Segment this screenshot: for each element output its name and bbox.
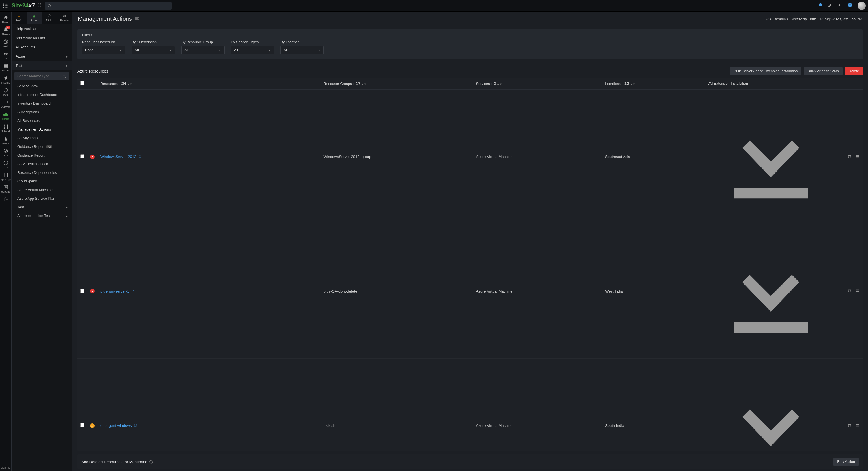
- rail-rum[interactable]: RUM: [0, 159, 11, 171]
- delete-button[interactable]: Delete: [845, 67, 863, 75]
- title-menu-icon[interactable]: [135, 16, 140, 22]
- resource-link[interactable]: WindowsServer-2012: [100, 155, 142, 159]
- cloud-tab-azure[interactable]: Azure: [27, 11, 41, 24]
- filter-label: By Location: [280, 40, 324, 44]
- megaphone-icon[interactable]: [838, 3, 842, 9]
- user-avatar[interactable]: [858, 2, 866, 10]
- sidebar-sub-item[interactable]: Management Actions: [11, 125, 72, 134]
- cloud-tab-aws[interactable]: AWS: [11, 11, 27, 24]
- sidebar-sub-item[interactable]: Azure App Service Plan: [11, 194, 72, 203]
- row-checkbox[interactable]: [80, 423, 84, 427]
- expand-icon[interactable]: [37, 3, 41, 8]
- select-all-checkbox[interactable]: [80, 81, 84, 85]
- svg-point-7: [5, 7, 5, 8]
- rail-home[interactable]: Home: [0, 13, 11, 25]
- rail-vmware[interactable]: VMware: [0, 98, 11, 110]
- sidebar-item[interactable]: Test▼: [11, 61, 72, 70]
- rail-clock: 3:52 PM: [1, 465, 11, 471]
- rail-azure[interactable]: Azure: [0, 134, 11, 146]
- help-icon[interactable]: ?: [847, 3, 852, 9]
- page-title: Management Actions: [78, 15, 132, 22]
- filter-select[interactable]: All▼: [280, 46, 324, 55]
- sidebar-sub-item[interactable]: All Resources: [11, 116, 72, 125]
- sidebar-sub-item[interactable]: Infrastructure Dashboard: [11, 91, 72, 99]
- sidebar-item[interactable]: All Accounts: [11, 43, 72, 52]
- rail-k8s[interactable]: K8s: [0, 86, 11, 98]
- rail-server[interactable]: Server: [0, 62, 11, 74]
- resource-link[interactable]: oneagent-windows: [100, 424, 137, 428]
- rail-apm[interactable]: APM: [0, 49, 11, 62]
- row-menu-icon[interactable]: [856, 289, 860, 294]
- status-icon: [90, 424, 95, 428]
- resources-header: Azure Resources Bulk Server Agent Extens…: [78, 65, 863, 77]
- sidebar-sub-item[interactable]: Activity Logs: [11, 134, 72, 142]
- delete-row-icon[interactable]: [847, 154, 851, 159]
- svg-rect-15: [4, 64, 7, 66]
- sidebar-sub-item[interactable]: Resource Dependencies: [11, 168, 72, 177]
- row-menu-icon[interactable]: [856, 154, 860, 159]
- sidebar-sub-item[interactable]: Azure extension Test▶: [11, 211, 72, 220]
- svg-point-9: [49, 4, 51, 7]
- bulk-action-button[interactable]: Bulk Action: [833, 458, 859, 466]
- resources-table: Resources :24▲▼ Resource Groups :17▲▼ Se…: [78, 77, 863, 451]
- sidebar-sub-item[interactable]: Subscriptions: [11, 108, 72, 116]
- delete-row-icon[interactable]: [847, 423, 851, 428]
- rail-alarms[interactable]: 40Alarms: [0, 25, 11, 37]
- filter-select[interactable]: All▼: [181, 46, 224, 55]
- rail-cloud[interactable]: Cloud: [0, 110, 11, 122]
- resources-title: Azure Resources: [78, 69, 108, 73]
- rail-gcp[interactable]: GCP: [0, 146, 11, 159]
- sidebar-sub-item[interactable]: Azure Virtual Machine: [11, 186, 72, 194]
- download-icon[interactable]: [708, 350, 834, 355]
- rail-reports[interactable]: Reports: [0, 183, 11, 195]
- wrench-icon[interactable]: [828, 3, 833, 9]
- svg-rect-39: [857, 426, 859, 426]
- rail-applogs[interactable]: AppLogs: [0, 171, 11, 183]
- sidebar-sub-item[interactable]: ADM Health Check: [11, 160, 72, 168]
- sidebar-sub-item[interactable]: Inventory Dashboard: [11, 99, 72, 108]
- svg-rect-16: [4, 67, 7, 68]
- sidebar-sub-item[interactable]: Guidance ReportPvt: [11, 142, 72, 151]
- rail-plugins[interactable]: Plugins: [0, 74, 11, 86]
- sidebar-sub-item[interactable]: Guidance Report: [11, 151, 72, 160]
- cloud-provider-tabs: AWSAzureGCPAlibaba: [11, 11, 72, 24]
- sidebar-sub-item[interactable]: Test▶: [11, 203, 72, 211]
- monitor-search[interactable]: [14, 72, 69, 80]
- bulk-vm-button[interactable]: Bulk Action for VMs: [804, 67, 842, 75]
- svg-text:?: ?: [849, 3, 851, 7]
- cloud-tab-alibaba[interactable]: Alibaba: [57, 11, 72, 24]
- product-logo[interactable]: Site24x7: [11, 2, 35, 9]
- notification-icon[interactable]: [818, 3, 823, 9]
- resource-group-cell: WindowsServer-2012_group: [320, 90, 473, 224]
- sidebar-item[interactable]: Add Azure Monitor: [11, 33, 72, 43]
- row-checkbox[interactable]: [80, 154, 84, 158]
- row-checkbox[interactable]: [80, 289, 84, 293]
- filter-select[interactable]: None▼: [82, 46, 125, 55]
- download-icon[interactable]: [708, 216, 834, 220]
- sidebar-sub-item[interactable]: CloudSpend: [11, 177, 72, 186]
- info-icon[interactable]: [149, 460, 153, 464]
- settings-gear-icon[interactable]: [3, 195, 8, 205]
- resource-link[interactable]: plus-win-server-1: [100, 289, 134, 294]
- row-menu-icon[interactable]: [856, 423, 860, 428]
- svg-rect-32: [857, 156, 859, 157]
- rail-network[interactable]: Network: [0, 122, 11, 134]
- delete-row-icon[interactable]: [847, 289, 851, 294]
- sidebar-item[interactable]: Azure▶: [11, 52, 72, 61]
- apps-grid-icon[interactable]: [2, 3, 8, 9]
- sidebar-item[interactable]: Help Assistant: [11, 24, 72, 33]
- sidebar-sub-item[interactable]: Service View: [11, 82, 72, 91]
- page-header: Management Actions Next Resource Discove…: [72, 11, 868, 25]
- cloud-tab-gcp[interactable]: GCP: [42, 11, 57, 24]
- svg-marker-17: [4, 88, 7, 92]
- rail-web[interactable]: Web: [0, 37, 11, 49]
- filter-select[interactable]: All▼: [132, 46, 175, 55]
- location-cell: West India: [602, 224, 704, 358]
- bulk-extension-button[interactable]: Bulk Server Agent Extension Installation: [730, 67, 802, 75]
- filter-select[interactable]: All▼: [231, 46, 274, 55]
- svg-point-28: [5, 199, 6, 200]
- resource-row: oneagent-windows akilesh Azure Virtual M…: [78, 358, 863, 451]
- global-search[interactable]: [45, 2, 172, 9]
- monitor-search-input[interactable]: [17, 74, 62, 78]
- svg-point-1: [5, 3, 5, 4]
